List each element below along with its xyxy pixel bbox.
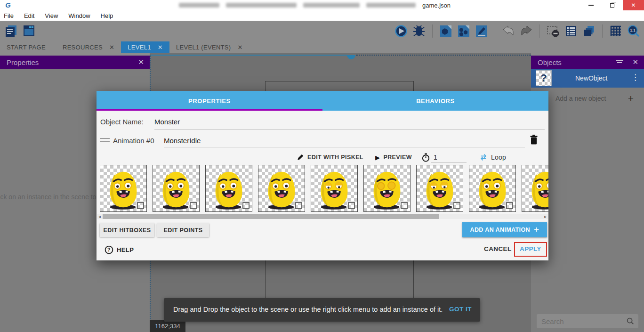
menu-help[interactable]: Help xyxy=(101,12,113,19)
add-animation-button[interactable]: ADD AN ANIMATION + xyxy=(462,222,547,237)
menu-view[interactable]: View xyxy=(45,12,58,19)
frame-checkbox[interactable] xyxy=(137,202,144,209)
layers-icon[interactable] xyxy=(582,24,596,38)
animation-frame[interactable] xyxy=(205,165,252,212)
delete-instances-icon[interactable] xyxy=(547,24,560,38)
menu-edit[interactable]: Edit xyxy=(24,12,34,19)
restore-icon xyxy=(610,3,614,8)
minimize-button[interactable] xyxy=(580,0,602,10)
time-between-frames-control[interactable]: 1 xyxy=(421,152,437,162)
add-objects-icon[interactable] xyxy=(457,24,470,38)
window-title: game.json xyxy=(179,0,461,10)
animation-frame[interactable] xyxy=(469,165,516,212)
close-tab-icon[interactable]: ✕ xyxy=(237,44,242,51)
menu-file[interactable]: File xyxy=(4,12,14,19)
zoom-1-1-icon[interactable]: 1:1 xyxy=(627,24,640,38)
frame-checkbox[interactable] xyxy=(242,202,250,209)
tab-start-page[interactable]: START PAGE xyxy=(0,41,52,53)
play-small-icon: ▶ xyxy=(375,154,380,161)
preview-button[interactable]: ▶ PREVIEW xyxy=(375,152,412,162)
frames-scrollbar[interactable]: ◂ ▸ xyxy=(97,214,548,219)
play-icon[interactable] xyxy=(394,24,408,38)
apply-button[interactable]: APPLY xyxy=(520,245,541,252)
blurred-title-segment xyxy=(179,3,219,8)
debug-icon[interactable] xyxy=(412,24,426,38)
tab-resources[interactable]: RESOURCES✕ xyxy=(56,41,121,53)
filter-icon[interactable] xyxy=(616,60,623,65)
animation-frame[interactable] xyxy=(522,165,548,212)
tab-level1[interactable]: LEVEL1✕ xyxy=(121,41,169,53)
close-tab-icon[interactable]: ✕ xyxy=(109,44,114,51)
restore-button[interactable] xyxy=(602,0,623,10)
scroll-left-icon[interactable]: ◂ xyxy=(97,214,102,219)
animation-name-input[interactable]: MonsterIdle xyxy=(164,137,201,145)
frame-checkbox[interactable] xyxy=(190,202,197,209)
loop-toggle[interactable]: Loop xyxy=(479,152,506,162)
frame-checkbox[interactable] xyxy=(295,202,302,209)
close-panel-icon[interactable]: ✕ xyxy=(138,58,144,66)
animation-frame[interactable] xyxy=(363,165,411,212)
scroll-right-icon[interactable]: ▸ xyxy=(543,214,548,219)
svg-text:1:1: 1:1 xyxy=(630,28,636,32)
undo-icon[interactable] xyxy=(502,24,515,38)
scene-window-handle[interactable] xyxy=(347,55,355,59)
delete-animation-icon[interactable] xyxy=(529,134,539,145)
animation-frame[interactable] xyxy=(153,165,200,212)
start-page-icon[interactable] xyxy=(23,24,36,38)
pencil-icon xyxy=(297,154,304,161)
animation-name-underline xyxy=(164,147,525,147)
dialog-tab-properties[interactable]: PROPERTIES xyxy=(97,91,322,111)
menu-bar: File Edit View Window Help xyxy=(0,10,644,21)
stopwatch-icon xyxy=(421,153,430,162)
object-search-box[interactable] xyxy=(537,314,638,328)
drag-handle-icon[interactable] xyxy=(100,138,110,144)
animation-frame[interactable] xyxy=(258,165,305,212)
object-list-item-newobject[interactable]: ? NewObject ⋮ xyxy=(531,69,644,88)
close-panel-icon[interactable]: ✕ xyxy=(632,58,638,66)
object-name-input[interactable]: Monster xyxy=(154,118,180,126)
toolbar-separator xyxy=(495,24,495,38)
hint-text: Drag and Drop the object to the scene or… xyxy=(173,306,443,313)
object-editor-dialog: PROPERTIES BEHAVIORS Object Name: Monste… xyxy=(97,91,548,260)
tab-level1-events[interactable]: LEVEL1 (EVENTS)✕ xyxy=(169,41,250,53)
got-it-button[interactable]: GOT IT xyxy=(449,306,472,313)
instances-list-icon[interactable] xyxy=(564,24,578,38)
active-tab-indicator xyxy=(97,109,322,111)
dialog-tab-behaviors[interactable]: BEHAVIORS xyxy=(322,91,548,111)
toolbar-separator xyxy=(432,24,433,38)
editor-tabs: START PAGE RESOURCES✕ LEVEL1✕ LEVEL1 (EV… xyxy=(0,41,644,53)
objects-panel-header: Objects ✕ xyxy=(531,56,644,69)
gdevelop-window: G game.json ✕ File Edit View Window Help xyxy=(0,0,644,332)
plus-icon: + xyxy=(534,225,539,235)
object-search-input[interactable] xyxy=(541,314,621,328)
help-button[interactable]: ? HELP xyxy=(105,245,134,254)
object-menu-icon[interactable]: ⋮ xyxy=(631,73,639,82)
close-window-button[interactable]: ✕ xyxy=(623,0,644,10)
frames-scrollbar-thumb[interactable] xyxy=(103,214,439,219)
add-object-icon[interactable] xyxy=(439,24,452,38)
search-icon xyxy=(626,317,635,325)
grid-icon[interactable] xyxy=(609,24,622,38)
edit-with-piskel-button[interactable]: EDIT WITH PISKEL xyxy=(297,152,363,162)
edit-scene-properties-icon[interactable] xyxy=(475,24,488,38)
redo-icon[interactable] xyxy=(520,24,533,38)
project-manager-icon[interactable] xyxy=(5,24,18,38)
animation-frame[interactable] xyxy=(100,165,147,212)
animation-frame[interactable] xyxy=(416,165,463,212)
menu-window[interactable]: Window xyxy=(68,12,90,19)
time-between-frames-input[interactable]: 1 xyxy=(434,154,437,161)
edit-hitboxes-button[interactable]: EDIT HITBOXES xyxy=(100,223,154,237)
gdevelop-logo-icon: G xyxy=(4,1,12,9)
close-tab-icon[interactable]: ✕ xyxy=(158,44,163,51)
cancel-button[interactable]: CANCEL xyxy=(484,245,512,252)
frame-checkbox[interactable] xyxy=(401,202,408,209)
blurred-title-segment xyxy=(226,3,297,8)
object-name-label: NewObject xyxy=(575,74,607,82)
title-bar: G game.json ✕ xyxy=(0,0,644,10)
frame-checkbox[interactable] xyxy=(453,202,460,209)
animation-frame[interactable] xyxy=(311,165,358,212)
frame-checkbox[interactable] xyxy=(348,202,355,209)
properties-panel-header: Properties ✕ xyxy=(0,56,150,69)
edit-points-button[interactable]: EDIT POINTS xyxy=(157,223,209,237)
frame-checkbox[interactable] xyxy=(506,202,513,209)
